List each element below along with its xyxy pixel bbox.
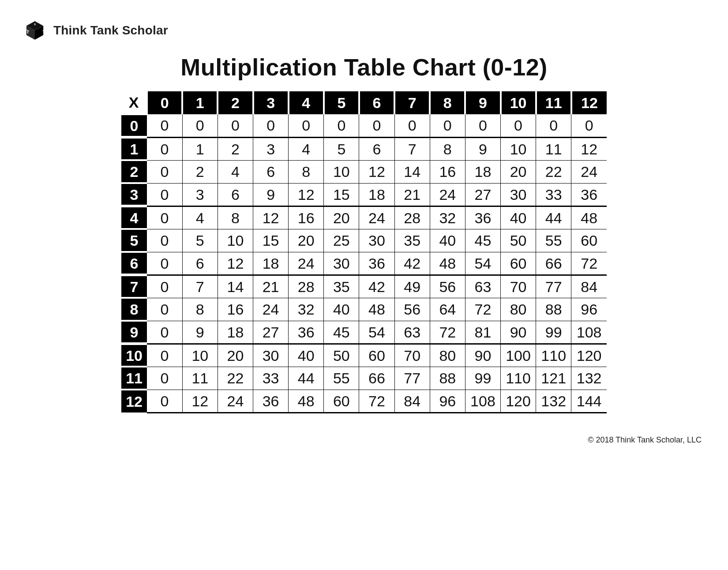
data-cell: 30 <box>253 344 289 367</box>
data-cell: 56 <box>430 275 465 298</box>
data-cell: 48 <box>289 390 324 412</box>
data-cell: 110 <box>501 367 536 390</box>
data-cell: 0 <box>147 298 182 321</box>
data-cell: 18 <box>218 321 253 344</box>
data-cell: 108 <box>465 390 500 412</box>
data-cell: 4 <box>182 206 218 229</box>
data-cell: 0 <box>394 114 430 137</box>
data-cell: 40 <box>501 206 536 229</box>
table-row: 10123456789101112 <box>121 137 607 160</box>
data-cell: 12 <box>182 390 218 412</box>
data-cell: 55 <box>324 367 359 390</box>
row-header: 7 <box>121 275 147 298</box>
data-cell: 0 <box>147 114 182 137</box>
data-cell: 48 <box>571 206 607 229</box>
brand-name: Think Tank Scholar <box>53 23 168 38</box>
data-cell: 16 <box>218 298 253 321</box>
row-header: 8 <box>121 298 147 321</box>
table-row: 5051015202530354045505560 <box>121 229 607 252</box>
data-cell: 32 <box>289 298 324 321</box>
data-cell: 45 <box>465 229 500 252</box>
row-header: 5 <box>121 229 147 252</box>
data-cell: 18 <box>253 252 289 275</box>
data-cell: 50 <box>501 229 536 252</box>
data-cell: 12 <box>571 137 607 160</box>
data-cell: 42 <box>359 275 394 298</box>
data-cell: 10 <box>182 344 218 367</box>
row-header: 12 <box>121 390 147 412</box>
data-cell: 99 <box>536 321 571 344</box>
data-cell: 0 <box>147 275 182 298</box>
table-body: 0000000000000010123456789101112202468101… <box>121 114 607 412</box>
data-cell: 84 <box>394 390 430 412</box>
row-header: 9 <box>121 321 147 344</box>
data-cell: 60 <box>359 344 394 367</box>
table-row: 6061218243036424854606672 <box>121 252 607 275</box>
data-cell: 132 <box>571 367 607 390</box>
table-row: 100102030405060708090100110120 <box>121 344 607 367</box>
data-cell: 56 <box>394 298 430 321</box>
data-cell: 36 <box>289 321 324 344</box>
data-cell: 121 <box>536 367 571 390</box>
data-cell: 77 <box>536 275 571 298</box>
data-cell: 77 <box>394 367 430 390</box>
data-cell: 99 <box>465 367 500 390</box>
data-cell: 0 <box>147 367 182 390</box>
data-cell: 10 <box>218 229 253 252</box>
data-cell: 64 <box>430 298 465 321</box>
data-cell: 25 <box>324 229 359 252</box>
data-cell: 9 <box>465 137 500 160</box>
row-header: 0 <box>121 114 147 137</box>
data-cell: 44 <box>289 367 324 390</box>
data-cell: 12 <box>289 183 324 206</box>
data-cell: 42 <box>394 252 430 275</box>
data-cell: 60 <box>571 229 607 252</box>
table-row: 110112233445566778899110121132 <box>121 367 607 390</box>
table-row: 7071421283542495663707784 <box>121 275 607 298</box>
data-cell: 0 <box>218 114 253 137</box>
data-cell: 66 <box>536 252 571 275</box>
column-header: 9 <box>465 91 500 114</box>
data-cell: 24 <box>571 160 607 183</box>
data-cell: 20 <box>289 229 324 252</box>
data-cell: 0 <box>501 114 536 137</box>
data-cell: 12 <box>359 160 394 183</box>
column-header: 5 <box>324 91 359 114</box>
data-cell: 0 <box>182 114 218 137</box>
data-cell: 36 <box>359 252 394 275</box>
column-header: 4 <box>289 91 324 114</box>
table-row: 8081624324048566472808896 <box>121 298 607 321</box>
data-cell: 0 <box>147 229 182 252</box>
data-cell: 6 <box>182 252 218 275</box>
data-cell: 0 <box>571 114 607 137</box>
row-header: 11 <box>121 367 147 390</box>
data-cell: 24 <box>253 298 289 321</box>
data-cell: 3 <box>182 183 218 206</box>
data-cell: 132 <box>536 390 571 412</box>
data-cell: 30 <box>359 229 394 252</box>
data-cell: 36 <box>571 183 607 206</box>
data-cell: 8 <box>430 137 465 160</box>
data-cell: 60 <box>501 252 536 275</box>
page: T T S Think Tank Scholar Multiplication … <box>0 0 728 445</box>
data-cell: 24 <box>218 390 253 412</box>
data-cell: 2 <box>182 160 218 183</box>
table-row: 30369121518212427303336 <box>121 183 607 206</box>
data-cell: 81 <box>465 321 500 344</box>
data-cell: 90 <box>465 344 500 367</box>
data-cell: 12 <box>218 252 253 275</box>
data-cell: 32 <box>430 206 465 229</box>
data-cell: 0 <box>465 114 500 137</box>
data-cell: 33 <box>536 183 571 206</box>
data-cell: 5 <box>324 137 359 160</box>
data-cell: 20 <box>218 344 253 367</box>
data-cell: 0 <box>359 114 394 137</box>
data-cell: 18 <box>465 160 500 183</box>
svg-text:S: S <box>34 22 36 26</box>
column-header: 8 <box>430 91 465 114</box>
data-cell: 21 <box>253 275 289 298</box>
data-cell: 0 <box>147 321 182 344</box>
data-cell: 45 <box>324 321 359 344</box>
data-cell: 20 <box>324 206 359 229</box>
data-cell: 72 <box>465 298 500 321</box>
